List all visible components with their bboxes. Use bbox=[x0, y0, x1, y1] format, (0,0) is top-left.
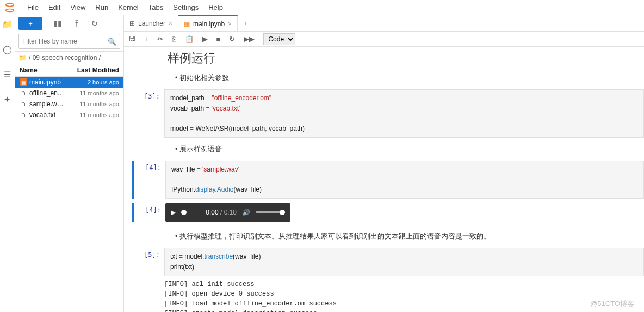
notebook-icon: ▦ bbox=[20, 78, 27, 86]
cell-type-select[interactable]: Code bbox=[263, 33, 295, 45]
add-tab-button[interactable]: + bbox=[238, 19, 253, 27]
close-icon[interactable]: × bbox=[169, 20, 172, 27]
new-launcher-button[interactable]: + bbox=[18, 17, 42, 30]
col-modified[interactable]: Last Modified bbox=[77, 66, 119, 74]
cell-indicator bbox=[132, 203, 134, 222]
breadcrumb-path[interactable]: / 09-speech-recognition / bbox=[29, 54, 101, 62]
code-cell[interactable]: model_path = "offline_encoder.om" vocab_… bbox=[164, 89, 644, 138]
notebook-body[interactable]: 样例运行 初始化相关参数 [3]: model_path = "offline_… bbox=[124, 47, 644, 312]
volume-slider[interactable] bbox=[256, 211, 285, 213]
file-row[interactable]: 🗋offline_en… 11 months ago bbox=[15, 88, 123, 99]
folder-icon: 📁 bbox=[18, 54, 27, 62]
audio-player[interactable]: ▶ 0:00 / 0:10 🔊 bbox=[165, 203, 290, 222]
audio-current: 0:00 bbox=[206, 209, 218, 216]
close-icon[interactable]: × bbox=[228, 20, 232, 28]
file-modified: 2 hours ago bbox=[88, 79, 119, 85]
breadcrumb[interactable]: 📁 / 09-speech-recognition / bbox=[15, 51, 123, 64]
menu-file[interactable]: File bbox=[27, 3, 39, 11]
new-folder-icon[interactable]: ▮▮ bbox=[53, 19, 62, 28]
menu-run[interactable]: Run bbox=[95, 3, 108, 11]
file-browser: + ▮▮ ⭱ ↻ 🔍 📁 / 09-speech-recognition / N… bbox=[15, 15, 124, 312]
activity-bar: 📁 ◯ ☰ ✦ bbox=[0, 15, 15, 312]
menu-bar: File Edit View Run Kernel Tabs Settings … bbox=[0, 0, 644, 15]
toc-icon[interactable]: ☰ bbox=[4, 70, 11, 79]
file-name: sample.w… bbox=[29, 100, 64, 108]
file-toolbar: + ▮▮ ⭱ ↻ bbox=[15, 15, 123, 32]
cell-indicator bbox=[132, 161, 134, 199]
stop-icon[interactable]: ■ bbox=[216, 35, 221, 43]
upload-icon[interactable]: ⭱ bbox=[73, 19, 81, 28]
main-area: ⊞ Launcher × ▦ main.ipynb × + 🖫 + ✂ ⎘ 📋 … bbox=[124, 15, 644, 312]
file-icon: 🗋 bbox=[20, 111, 27, 119]
file-name: vocab.txt bbox=[29, 111, 55, 119]
file-filter-input[interactable] bbox=[22, 38, 108, 45]
copy-icon[interactable]: ⎘ bbox=[172, 35, 176, 43]
cell-prompt: [5]: bbox=[135, 248, 164, 312]
notebook-toolbar: 🖫 + ✂ ⎘ 📋 ▶ ■ ↻ ▶▶ Code bbox=[124, 32, 644, 47]
file-row[interactable]: 🗋vocab.txt 11 months ago bbox=[15, 109, 123, 120]
notebook-icon: ▦ bbox=[184, 20, 190, 28]
cut-icon[interactable]: ✂ bbox=[157, 35, 163, 43]
tab-bar: ⊞ Launcher × ▦ main.ipynb × + bbox=[124, 15, 644, 32]
markdown-text: 展示样例语音 bbox=[164, 142, 644, 156]
file-list-header: Name Last Modified bbox=[15, 64, 123, 77]
file-filter[interactable]: 🔍 bbox=[18, 34, 120, 49]
svg-point-0 bbox=[6, 3, 14, 6]
code-cell[interactable]: wav_file = 'sample.wav' IPython.display.… bbox=[165, 161, 644, 199]
cell-prompt: [3]: bbox=[135, 89, 164, 138]
extensions-icon[interactable]: ✦ bbox=[4, 95, 11, 105]
markdown-text: 执行模型推理，打印识别文本。从推理结果大家可以看到识别出的文本跟上面的语音内容是… bbox=[164, 229, 644, 243]
audio-sep: / bbox=[219, 209, 224, 216]
file-icon: 🗋 bbox=[20, 100, 27, 108]
menu-kernel[interactable]: Kernel bbox=[118, 3, 139, 11]
menu-view[interactable]: View bbox=[70, 3, 85, 11]
file-modified: 11 months ago bbox=[79, 90, 119, 96]
menu-tabs[interactable]: Tabs bbox=[148, 3, 163, 11]
file-modified: 11 months ago bbox=[79, 112, 119, 118]
file-modified: 11 months ago bbox=[79, 101, 119, 107]
running-icon[interactable]: ◯ bbox=[3, 45, 12, 54]
markdown-heading: 样例运行 bbox=[168, 50, 644, 66]
run-icon[interactable]: ▶ bbox=[202, 35, 208, 43]
menu-edit[interactable]: Edit bbox=[48, 3, 60, 11]
paste-icon[interactable]: 📋 bbox=[185, 35, 194, 43]
progress-dot-icon[interactable] bbox=[181, 210, 187, 215]
cell-output: [INFO] acl init success [INFO] open devi… bbox=[164, 276, 644, 312]
launcher-icon: ⊞ bbox=[129, 20, 135, 27]
code-cell[interactable]: txt = model.transcribe(wav_file) print(t… bbox=[164, 248, 644, 276]
tab-notebook[interactable]: ▦ main.ipynb × bbox=[178, 15, 238, 31]
jupyter-logo-icon bbox=[4, 2, 15, 13]
file-name: offline_en… bbox=[29, 89, 64, 97]
menu-help[interactable]: Help bbox=[208, 3, 223, 11]
file-row[interactable]: ▦main.ipynb 2 hours ago bbox=[15, 77, 123, 88]
runall-icon[interactable]: ▶▶ bbox=[244, 35, 255, 43]
search-icon: 🔍 bbox=[108, 38, 116, 46]
add-cell-icon[interactable]: + bbox=[144, 35, 148, 43]
svg-point-1 bbox=[6, 9, 14, 11]
audio-total: 0:10 bbox=[224, 209, 237, 216]
restart-icon[interactable]: ↻ bbox=[229, 35, 235, 43]
watermark: @51CTO博客 bbox=[590, 299, 634, 309]
tab-label: main.ipynb bbox=[193, 20, 225, 28]
col-name[interactable]: Name bbox=[20, 66, 38, 74]
play-icon[interactable]: ▶ bbox=[171, 209, 176, 216]
menu-settings[interactable]: Settings bbox=[173, 3, 199, 11]
markdown-text: 初始化相关参数 bbox=[164, 71, 644, 85]
save-icon[interactable]: 🖫 bbox=[128, 35, 135, 43]
folder-icon[interactable]: 📁 bbox=[2, 20, 13, 29]
output-prompt: [4]: bbox=[136, 203, 165, 222]
file-icon: 🗋 bbox=[20, 89, 27, 97]
file-list: ▦main.ipynb 2 hours ago 🗋offline_en… 11 … bbox=[15, 77, 123, 312]
volume-icon[interactable]: 🔊 bbox=[242, 209, 250, 216]
cell-prompt: [4]: bbox=[136, 161, 165, 199]
file-row[interactable]: 🗋sample.w… 11 months ago bbox=[15, 99, 123, 109]
tab-launcher[interactable]: ⊞ Launcher × bbox=[124, 15, 178, 31]
file-name: main.ipynb bbox=[29, 78, 61, 86]
refresh-icon[interactable]: ↻ bbox=[91, 19, 98, 28]
tab-label: Launcher bbox=[138, 20, 165, 27]
